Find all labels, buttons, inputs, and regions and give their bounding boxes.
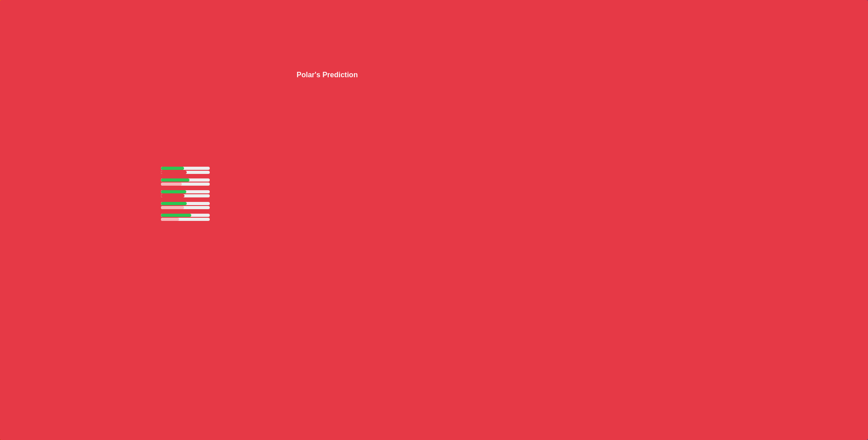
stat-row-offsides: 1.58 Offsides 2.00 [142,157,272,162]
left-column: Brentford L W W W L VS 25 November 2023 … [135,61,279,379]
main-card: Brentford L W W W L VS 25 November 2023 … [122,48,746,392]
prediction-label: Polar's Prediction [297,71,401,79]
averages-card: Team Averages 4.92 Corner kicks 8.83 1.5… [135,123,279,234]
